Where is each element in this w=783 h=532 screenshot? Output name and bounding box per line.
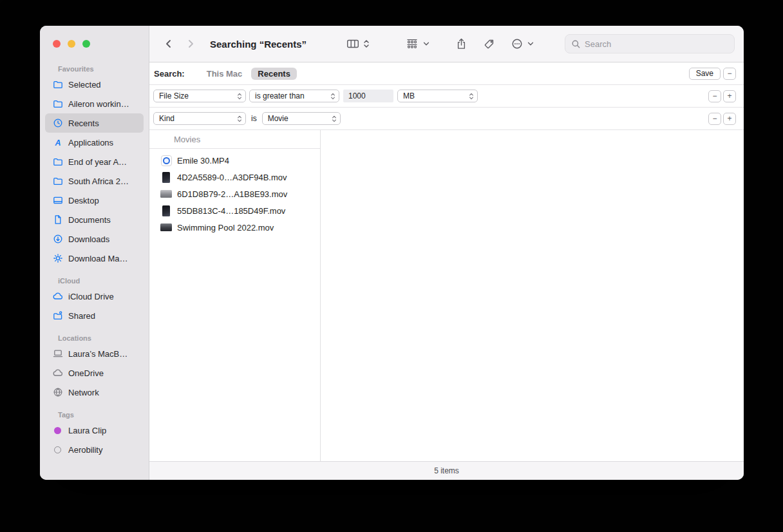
sidebar-item-end-of-year[interactable]: End of year A… bbox=[45, 152, 144, 171]
attribute-select-value: File Size bbox=[159, 91, 189, 100]
video-thumbnail-icon bbox=[160, 222, 172, 233]
operator-select[interactable]: is greater than bbox=[249, 90, 339, 102]
globe-icon bbox=[52, 387, 63, 398]
back-button[interactable] bbox=[164, 39, 174, 49]
desktop-background: Favourites Selected Aileron workin… Rece… bbox=[0, 0, 783, 532]
file-row[interactable]: 55DB813C-4…185D49F.mov bbox=[149, 202, 320, 219]
attribute-select[interactable]: File Size bbox=[153, 90, 246, 102]
gear-icon bbox=[52, 253, 63, 264]
sidebar-item-label: Shared bbox=[68, 311, 95, 321]
sidebar-item-label: End of year A… bbox=[68, 157, 127, 167]
kind-value-select[interactable]: Movie bbox=[262, 112, 341, 125]
preview-column[interactable] bbox=[321, 130, 744, 461]
select-stepper-icon bbox=[332, 115, 337, 123]
sidebar-item-download-manager[interactable]: Download Ma… bbox=[45, 249, 144, 268]
file-row[interactable]: Emile 30.MP4 bbox=[149, 152, 320, 169]
file-row[interactable]: Swimming Pool 2022.mov bbox=[149, 219, 320, 236]
search-input[interactable] bbox=[585, 39, 728, 49]
operator-select-value: is greater than bbox=[255, 91, 305, 100]
sidebar-item-label: Network bbox=[68, 388, 99, 397]
sidebar-item-south-africa[interactable]: South Africa 2… bbox=[45, 171, 144, 191]
sidebar-item-lauras-macbook[interactable]: Laura’s MacB… bbox=[45, 344, 144, 363]
remove-criterion-button[interactable]: − bbox=[708, 113, 721, 125]
video-thumbnail-icon bbox=[160, 188, 172, 200]
sidebar-item-label: South Africa 2… bbox=[68, 176, 129, 186]
sidebar-item-label: Download Ma… bbox=[68, 254, 128, 263]
applications-icon: A bbox=[52, 137, 63, 148]
folder-icon bbox=[52, 99, 63, 109]
sidebar-item-label: Aileron workin… bbox=[68, 99, 129, 109]
item-count-label: 5 items bbox=[434, 466, 459, 475]
sidebar-item-documents[interactable]: Documents bbox=[45, 210, 144, 229]
sidebar-item-recents[interactable]: Recents bbox=[45, 113, 144, 133]
forward-button[interactable] bbox=[185, 39, 196, 49]
results-column: Movies Emile 30.MP4 4D2A5589-0…A3DF94B.m… bbox=[149, 130, 321, 461]
unit-select-value: MB bbox=[403, 91, 415, 100]
document-icon bbox=[52, 214, 63, 225]
close-window-button[interactable] bbox=[53, 40, 61, 48]
scope-this-mac-button[interactable]: This Mac bbox=[207, 69, 243, 79]
video-thumbnail-icon bbox=[160, 205, 172, 216]
unit-select[interactable]: MB bbox=[397, 90, 478, 102]
column-view-icon bbox=[346, 39, 359, 49]
save-search-button[interactable]: Save bbox=[689, 68, 721, 80]
video-thumbnail-icon bbox=[160, 171, 172, 183]
svg-text:A: A bbox=[54, 138, 61, 147]
sidebar-item-icloud-drive[interactable]: iCloud Drive bbox=[45, 287, 144, 306]
ellipsis-circle-icon bbox=[511, 38, 523, 50]
laptop-icon bbox=[52, 348, 63, 359]
sidebar-item-label: iCloud Drive bbox=[68, 292, 114, 301]
remove-criterion-button[interactable]: − bbox=[708, 90, 721, 102]
column-view: Movies Emile 30.MP4 4D2A5589-0…A3DF94B.m… bbox=[149, 130, 744, 461]
sidebar-item-network[interactable]: Network bbox=[45, 383, 144, 402]
group-by-control[interactable] bbox=[406, 39, 430, 49]
file-name: Emile 30.MP4 bbox=[177, 156, 229, 166]
quicktime-file-icon bbox=[160, 155, 172, 166]
more-actions-control[interactable] bbox=[511, 38, 534, 50]
file-size-value-input[interactable] bbox=[343, 90, 393, 102]
filter-row-kind: Kind is Movie − + bbox=[149, 108, 744, 130]
tag-button[interactable] bbox=[484, 39, 495, 50]
select-stepper-icon bbox=[330, 92, 335, 100]
shared-folder-icon bbox=[52, 310, 63, 321]
scope-recents-button[interactable]: Recents bbox=[251, 68, 297, 80]
desktop-icon bbox=[52, 195, 63, 206]
sidebar-item-downloads[interactable]: Downloads bbox=[45, 229, 144, 249]
file-row[interactable]: 4D2A5589-0…A3DF94B.mov bbox=[149, 169, 320, 185]
add-criterion-button[interactable]: + bbox=[723, 90, 736, 102]
sidebar-item-aileron-working[interactable]: Aileron workin… bbox=[45, 94, 144, 113]
search-icon bbox=[571, 39, 581, 49]
sidebar-item-desktop[interactable]: Desktop bbox=[45, 191, 144, 210]
fullscreen-window-button[interactable] bbox=[82, 40, 90, 48]
sidebar-item-selected[interactable]: Selected bbox=[45, 75, 144, 94]
share-button[interactable] bbox=[456, 38, 467, 50]
sidebar-item-applications[interactable]: A Applications bbox=[45, 133, 144, 152]
cloud-icon bbox=[52, 291, 63, 302]
file-name: 55DB813C-4…185D49F.mov bbox=[177, 206, 285, 216]
status-bar: 5 items bbox=[149, 461, 744, 480]
conjunction-label: is bbox=[251, 114, 257, 123]
up-down-chevron-icon bbox=[363, 39, 370, 49]
sidebar-section-favourites: Favourites bbox=[58, 65, 141, 73]
group-header: Movies bbox=[149, 130, 320, 149]
sidebar-item-tag-laura-clip[interactable]: Laura Clip bbox=[45, 421, 144, 440]
collapse-criteria-button[interactable]: − bbox=[723, 68, 736, 80]
clock-icon bbox=[52, 118, 63, 129]
sidebar-item-label: Aerobility bbox=[68, 445, 102, 455]
main-content: Searching “Recents” bbox=[149, 26, 744, 480]
sidebar-item-label: Laura’s MacB… bbox=[68, 349, 127, 359]
attribute-select[interactable]: Kind bbox=[153, 112, 246, 125]
select-stepper-icon bbox=[469, 92, 474, 100]
toolbar-search-field[interactable] bbox=[565, 34, 735, 53]
sidebar-item-shared[interactable]: Shared bbox=[45, 306, 144, 325]
view-mode-control[interactable] bbox=[346, 39, 370, 49]
select-stepper-icon bbox=[237, 115, 242, 123]
sidebar-item-onedrive[interactable]: OneDrive bbox=[45, 363, 144, 383]
sidebar-item-label: Downloads bbox=[68, 234, 109, 244]
purple-tag-icon bbox=[52, 425, 63, 436]
minimize-window-button[interactable] bbox=[68, 40, 75, 48]
add-criterion-button[interactable]: + bbox=[723, 113, 736, 125]
sidebar-section-locations: Locations bbox=[58, 334, 141, 342]
file-row[interactable]: 6D1D8B79-2…A1B8E93.mov bbox=[149, 185, 320, 202]
sidebar-item-tag-aerobility[interactable]: Aerobility bbox=[45, 440, 144, 459]
